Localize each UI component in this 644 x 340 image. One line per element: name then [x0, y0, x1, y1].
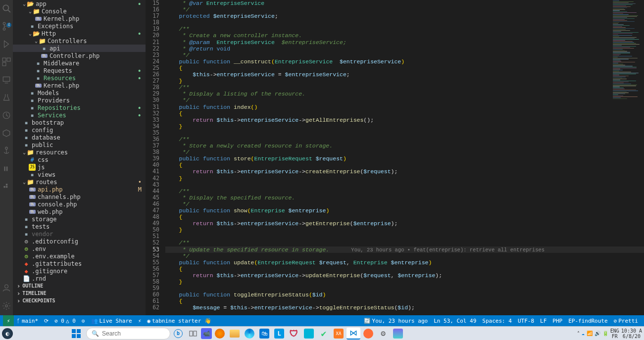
tree-item-vendor[interactable]: ▪vendor — [13, 230, 146, 238]
source-control-icon[interactable]: 4 — [2, 22, 11, 31]
start-button[interactable] — [69, 328, 83, 340]
section-checkpoints[interactable]: CHECKPOINTS — [13, 297, 146, 304]
test-icon[interactable] — [2, 93, 11, 102]
steam-icon[interactable]: ◐ — [2, 328, 13, 339]
search-icon[interactable] — [2, 4, 11, 13]
language-switcher[interactable]: ENGFR — [610, 328, 619, 339]
indentation[interactable]: Spaces: 4 — [479, 318, 515, 324]
tree-item-console-php[interactable]: 🐘console.php — [13, 200, 146, 208]
tree-item-css[interactable]: #css — [13, 156, 146, 163]
tree-item-storage[interactable]: ▪storage — [13, 215, 146, 223]
minimap[interactable] — [612, 0, 644, 99]
lightning-icon[interactable]: ⚡ — [135, 315, 145, 326]
firefox-icon[interactable] — [213, 328, 227, 340]
tree-item--gitignore[interactable]: ◆.gitignore — [13, 267, 146, 275]
search-input[interactable] — [102, 330, 166, 337]
tree-item-Kernel-php[interactable]: 🐘Kernel.php — [13, 82, 146, 89]
volume-icon[interactable]: 🔊 — [594, 331, 600, 336]
tree-item-Requests[interactable]: ▪Requests• — [13, 67, 146, 74]
eol[interactable]: LF — [537, 318, 549, 324]
task-view-icon[interactable] — [186, 328, 200, 340]
tree-item-Controller-php[interactable]: 🐘Controller.php — [13, 52, 146, 59]
port-icon[interactable]: ⊙ — [79, 315, 88, 326]
edge-icon[interactable] — [243, 328, 256, 340]
section-outline[interactable]: OUTLINE — [13, 282, 146, 290]
app-video-icon[interactable]: 📹 — [201, 328, 212, 339]
tree-item-Exceptions[interactable]: ▪Exceptions — [13, 22, 146, 30]
tree-item-tests[interactable]: ▪tests — [13, 223, 146, 230]
account-icon[interactable] — [2, 284, 11, 292]
app-green-icon[interactable] — [391, 328, 405, 340]
extensions-icon[interactable] — [2, 57, 11, 66]
tree-item--rnd[interactable]: 📄.rnd — [13, 275, 146, 282]
tree-item-Resources[interactable]: ▪Resources• — [13, 74, 146, 82]
wifi-icon[interactable]: 📶 — [587, 331, 593, 336]
settings-icon[interactable] — [2, 301, 11, 310]
bing-icon[interactable]: b — [171, 328, 185, 340]
language-mode[interactable]: PHP — [549, 318, 565, 324]
route-status[interactable]: EP-findRoute — [565, 318, 610, 324]
tree-item-Providers[interactable]: ▪Providers — [13, 97, 146, 104]
onedrive-icon[interactable]: ☁ — [582, 331, 585, 336]
tree-item-views[interactable]: ▪views — [13, 171, 146, 178]
tree-item-Services[interactable]: ▪Services• — [13, 111, 146, 119]
git-blame-status[interactable]: 🔄 You, 23 hours ago — [361, 318, 431, 324]
encoding[interactable]: UTF-8 — [515, 318, 537, 324]
tree-item-bootstrap[interactable]: ▪bootstrap — [13, 119, 146, 126]
tree-item-Kernel-php[interactable]: 🐘Kernel.php — [13, 15, 146, 22]
todo-icon[interactable]: ✔ — [317, 328, 331, 340]
tree-item-routes[interactable]: 📁routes• — [13, 178, 146, 186]
chevron-up-icon[interactable]: ˄ — [577, 331, 580, 336]
postman-icon[interactable] — [361, 328, 375, 340]
tree-item-config[interactable]: ▪config — [13, 126, 146, 134]
git-branch[interactable]: ᚶ main* — [14, 315, 41, 326]
code-editor[interactable]: 1516171819202122232425262728293031323334… — [146, 0, 644, 315]
tree-item-resources[interactable]: 📁resources — [13, 148, 146, 156]
docker-icon[interactable] — [2, 182, 11, 191]
tree-item-Http[interactable]: 📂Http• — [13, 30, 146, 37]
vscode-icon[interactable]: ⋈ — [347, 328, 360, 340]
tree-item--env-example[interactable]: ⚙.env.example — [13, 252, 146, 260]
tree-item-channels-php[interactable]: 🐘channels.php — [13, 193, 146, 200]
explorer-icon[interactable] — [228, 328, 242, 340]
comment-icon[interactable] — [2, 164, 11, 173]
tree-item-Controllers[interactable]: 📁Controllers — [13, 37, 146, 45]
taskbar-search[interactable]: 🔍 — [86, 328, 170, 340]
tree-item-Middleware[interactable]: ▪Middleware — [13, 59, 146, 67]
section-timeline[interactable]: TIMELINE — [13, 290, 146, 297]
remote-button[interactable]: ⚡ — [3, 315, 14, 326]
app-teal-icon[interactable] — [302, 328, 316, 340]
xampp-icon[interactable]: XA — [332, 328, 346, 340]
tree-item-Repositories[interactable]: ▪Repositories• — [13, 104, 146, 111]
tree-item-js[interactable]: JSjs — [13, 163, 146, 171]
tree-item-database[interactable]: ▪database — [13, 134, 146, 141]
debug-icon[interactable] — [2, 40, 11, 49]
cursor-position[interactable]: Ln 53, Col 49 — [431, 318, 479, 324]
settings-app-icon[interactable]: ⚙ — [376, 328, 390, 340]
code-content[interactable]: * @var EntrepriseService */ protected $e… — [165, 0, 644, 315]
anchor-icon[interactable] — [2, 146, 11, 155]
tree-item--editorconfig[interactable]: ⚙.editorconfig — [13, 238, 146, 245]
tree-item-app[interactable]: 📂app• — [13, 0, 146, 7]
tree-item--env[interactable]: ⚙.env — [13, 245, 146, 252]
prettier-status[interactable]: ⊘ Pretti — [611, 318, 641, 324]
git-sync[interactable]: ⟳ — [41, 315, 51, 326]
battery-icon[interactable]: 🔋 — [602, 331, 608, 336]
tree-item-Console[interactable]: 📁Console — [13, 7, 146, 15]
tree-item-public[interactable]: ▪public — [13, 141, 146, 148]
store-icon[interactable]: 🛍 — [257, 328, 271, 340]
tree-item-Models[interactable]: ▪Models — [13, 89, 146, 97]
remote-icon[interactable] — [2, 75, 11, 84]
clock[interactable]: 10:30 A6/8/20 — [621, 328, 642, 339]
app-l-icon[interactable]: L — [272, 328, 286, 340]
tree-item-api[interactable]: ▪api — [13, 45, 146, 52]
live-share[interactable]: 👥 Live Share — [88, 315, 135, 326]
tree-item-web-php[interactable]: 🐘web.php — [13, 208, 146, 215]
tabnine-status[interactable]: ◉ tabnine starter 👋 — [144, 315, 214, 326]
mcafee-icon[interactable]: 🛡 — [287, 328, 301, 340]
file-explorer[interactable]: 📂app•📁Console🐘Kernel.php▪Exceptions📂Http… — [13, 0, 146, 315]
problems[interactable]: ⊘ 0 △ 0 — [51, 315, 79, 326]
tree-item--gitattributes[interactable]: ◆.gitattributes — [13, 260, 146, 267]
tree-item-api-php[interactable]: 🐘api.phpM — [13, 186, 146, 193]
box-icon[interactable] — [2, 129, 11, 138]
